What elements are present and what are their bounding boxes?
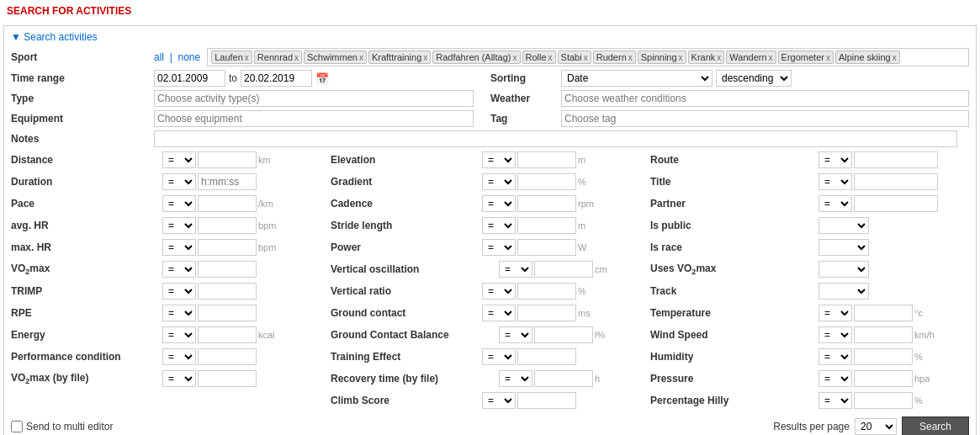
stride-operator[interactable]: =<> [482, 217, 516, 234]
gcb-label: Ground Contact Balance [331, 329, 499, 341]
title-input[interactable] [854, 173, 938, 190]
results-per-page-select[interactable]: 20 50 100 [855, 418, 897, 435]
recovery-operator[interactable]: =<> [499, 370, 532, 387]
temperature-operator[interactable]: =<> [818, 305, 852, 321]
avg-hr-operator[interactable]: =<> [162, 217, 196, 234]
partner-operator[interactable]: =<> [818, 195, 852, 212]
vert-ratio-operator[interactable]: =<> [482, 283, 516, 300]
distance-input[interactable] [198, 151, 257, 168]
rpe-input[interactable] [198, 305, 257, 321]
remove-alpine[interactable]: x [893, 53, 897, 62]
notes-input[interactable] [154, 130, 957, 147]
humidity-operator[interactable]: =<> [818, 348, 852, 365]
remove-rolle[interactable]: x [548, 53, 553, 62]
climb-score-operator[interactable]: =<> [482, 392, 516, 409]
vert-osc-input[interactable] [534, 261, 593, 278]
date-from-input[interactable] [154, 70, 225, 87]
remove-spinning[interactable]: x [679, 53, 683, 62]
avg-hr-input[interactable] [198, 217, 257, 234]
pace-operator[interactable]: =<> [162, 195, 196, 212]
remove-rennrad[interactable]: x [294, 53, 299, 62]
route-operator[interactable]: =<> [818, 151, 852, 168]
sorting-direction-select[interactable]: descending ascending [716, 70, 792, 87]
training-effect-operator[interactable]: =<> [482, 348, 516, 365]
calendar-icon[interactable]: 📅 [315, 72, 329, 85]
sport-none-link[interactable]: none [177, 51, 200, 63]
max-hr-operator[interactable]: =<> [162, 239, 196, 256]
performance-operator[interactable]: =<> [162, 348, 196, 365]
equipment-input[interactable] [154, 110, 474, 127]
climb-score-input[interactable] [517, 392, 576, 409]
elevation-operator[interactable]: =<> [482, 151, 516, 168]
remove-schwimmen[interactable]: x [359, 53, 363, 62]
remove-wandern[interactable]: x [769, 53, 773, 62]
weather-input[interactable] [561, 90, 969, 107]
trimp-operator[interactable]: =<> [162, 283, 196, 300]
gradient-input[interactable] [517, 173, 576, 190]
remove-rudern[interactable]: x [628, 53, 633, 62]
pressure-operator[interactable]: =<> [818, 370, 852, 387]
time-range-fields: to 📅 [154, 70, 482, 87]
elevation-input[interactable] [517, 151, 576, 168]
sorting-value-select[interactable]: Date Duration Distance [561, 70, 712, 87]
tag-input[interactable] [561, 110, 969, 127]
wind-speed-input[interactable] [854, 326, 913, 343]
power-input[interactable] [517, 239, 576, 256]
ground-contact-operator[interactable]: =<> [482, 305, 516, 321]
vo2max-operator[interactable]: =<> [162, 261, 196, 278]
vert-osc-operator[interactable]: =<> [499, 261, 532, 278]
percentage-hilly-input[interactable] [854, 392, 913, 409]
humidity-input[interactable] [854, 348, 913, 365]
energy-input[interactable] [198, 326, 257, 343]
pressure-input[interactable] [854, 370, 913, 387]
vo2max-file-operator[interactable]: =<> [162, 370, 196, 387]
sport-all-link[interactable]: all [154, 51, 164, 63]
search-button[interactable]: Search [902, 416, 969, 435]
remove-krafttraining[interactable]: x [423, 53, 427, 62]
type-input[interactable] [154, 90, 474, 107]
trimp-input[interactable] [198, 283, 257, 300]
percentage-hilly-operator[interactable]: =<> [818, 392, 852, 409]
vert-ratio-input[interactable] [517, 283, 576, 300]
max-hr-input[interactable] [198, 239, 257, 256]
vo2max-input[interactable] [198, 261, 257, 278]
toggle-search[interactable]: Search activities [11, 31, 969, 43]
vo2max-file-input[interactable] [198, 370, 257, 387]
training-effect-input[interactable] [517, 348, 576, 365]
distance-operator[interactable]: =<> [162, 151, 196, 168]
cadence-operator[interactable]: =<> [482, 195, 516, 212]
pace-input[interactable] [198, 195, 257, 212]
gcb-operator[interactable]: =<> [499, 326, 532, 343]
route-input[interactable] [854, 151, 938, 168]
send-to-editor-checkbox[interactable] [11, 421, 23, 432]
performance-input[interactable] [198, 348, 257, 365]
title-operator[interactable]: =<> [818, 173, 852, 190]
is-race-select[interactable]: YesNo [818, 239, 869, 256]
remove-radfahren[interactable]: x [513, 53, 517, 62]
stride-input[interactable] [517, 217, 576, 234]
duration-operator[interactable]: =<> [162, 173, 196, 190]
cadence-input[interactable] [517, 195, 576, 212]
wind-speed-operator[interactable]: =<> [818, 326, 852, 343]
gradient-operator[interactable]: =<> [482, 173, 516, 190]
remove-stabi[interactable]: x [584, 53, 588, 62]
vo2max-file-label: VO2max (by file) [11, 372, 162, 385]
energy-operator[interactable]: =<> [162, 326, 196, 343]
remove-krank[interactable]: x [717, 53, 721, 62]
gcb-input[interactable] [534, 326, 593, 343]
track-select[interactable]: YesNo [818, 283, 869, 300]
power-operator[interactable]: =<> [482, 239, 516, 256]
remove-ergometer[interactable]: x [826, 53, 830, 62]
partner-input[interactable] [854, 195, 938, 212]
is-public-select[interactable]: YesNo [818, 217, 869, 234]
temperature-input[interactable] [854, 305, 913, 321]
remove-laufen[interactable]: x [245, 53, 249, 62]
uses-vo2max-select[interactable]: YesNo [818, 261, 869, 278]
track-row: Track YesNo [650, 282, 969, 300]
is-public-row: Is public YesNo [650, 216, 969, 235]
duration-input[interactable] [198, 173, 257, 190]
ground-contact-input[interactable] [517, 305, 576, 321]
recovery-input[interactable] [534, 370, 593, 387]
rpe-operator[interactable]: =<> [162, 305, 196, 321]
date-to-input[interactable] [241, 70, 312, 87]
